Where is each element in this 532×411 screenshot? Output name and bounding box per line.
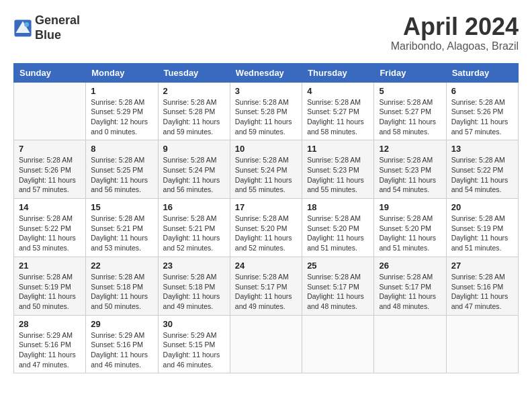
calendar-cell: 11Sunrise: 5:28 AMSunset: 5:23 PMDayligh… bbox=[302, 140, 374, 199]
day-number: 24 bbox=[235, 261, 297, 271]
calendar-cell: 29Sunrise: 5:29 AMSunset: 5:16 PMDayligh… bbox=[86, 315, 158, 373]
calendar-cell bbox=[302, 315, 374, 373]
day-info: Sunrise: 5:28 AMSunset: 5:22 PMDaylight:… bbox=[19, 214, 81, 253]
day-info: Sunrise: 5:29 AMSunset: 5:16 PMDaylight:… bbox=[19, 330, 81, 370]
day-number: 2 bbox=[163, 86, 225, 96]
day-number: 8 bbox=[91, 144, 152, 154]
calendar-cell bbox=[14, 82, 86, 140]
day-number: 7 bbox=[19, 144, 81, 154]
calendar-week-row: 7Sunrise: 5:28 AMSunset: 5:26 PMDaylight… bbox=[14, 140, 519, 199]
calendar-cell: 6Sunrise: 5:28 AMSunset: 5:26 PMDaylight… bbox=[446, 82, 518, 140]
calendar-cell: 16Sunrise: 5:28 AMSunset: 5:21 PMDayligh… bbox=[158, 199, 230, 257]
day-info: Sunrise: 5:28 AMSunset: 5:26 PMDaylight:… bbox=[19, 155, 81, 195]
calendar-week-row: 14Sunrise: 5:28 AMSunset: 5:22 PMDayligh… bbox=[14, 199, 519, 257]
day-info: Sunrise: 5:28 AMSunset: 5:26 PMDaylight:… bbox=[451, 97, 513, 137]
calendar-table: SundayMondayTuesdayWednesdayThursdayFrid… bbox=[13, 63, 519, 374]
day-number: 20 bbox=[451, 202, 513, 212]
day-info: Sunrise: 5:28 AMSunset: 5:27 PMDaylight:… bbox=[379, 97, 441, 137]
calendar-cell: 3Sunrise: 5:28 AMSunset: 5:28 PMDaylight… bbox=[230, 82, 302, 140]
day-info: Sunrise: 5:28 AMSunset: 5:17 PMDaylight:… bbox=[379, 272, 441, 312]
month-title: April 2024 bbox=[391, 13, 519, 40]
logo-line1: General bbox=[35, 13, 80, 28]
calendar-cell bbox=[230, 315, 302, 373]
day-number: 11 bbox=[307, 144, 369, 154]
calendar-cell: 10Sunrise: 5:28 AMSunset: 5:24 PMDayligh… bbox=[230, 140, 302, 199]
weekday-header: Saturday bbox=[446, 63, 518, 82]
day-info: Sunrise: 5:28 AMSunset: 5:28 PMDaylight:… bbox=[163, 97, 225, 137]
day-info: Sunrise: 5:28 AMSunset: 5:29 PMDaylight:… bbox=[91, 97, 152, 137]
day-number: 9 bbox=[163, 144, 225, 154]
svg-point-2 bbox=[24, 21, 29, 26]
day-number: 1 bbox=[91, 86, 152, 96]
calendar-cell: 13Sunrise: 5:28 AMSunset: 5:22 PMDayligh… bbox=[446, 140, 518, 199]
calendar-week-row: 28Sunrise: 5:29 AMSunset: 5:16 PMDayligh… bbox=[14, 315, 519, 373]
day-info: Sunrise: 5:28 AMSunset: 5:23 PMDaylight:… bbox=[307, 155, 369, 195]
calendar-cell: 14Sunrise: 5:28 AMSunset: 5:22 PMDayligh… bbox=[14, 199, 86, 257]
calendar-week-row: 21Sunrise: 5:28 AMSunset: 5:19 PMDayligh… bbox=[14, 257, 519, 315]
day-number: 30 bbox=[163, 319, 225, 329]
calendar-cell: 21Sunrise: 5:28 AMSunset: 5:19 PMDayligh… bbox=[14, 257, 86, 315]
calendar-cell: 9Sunrise: 5:28 AMSunset: 5:24 PMDaylight… bbox=[158, 140, 230, 199]
day-info: Sunrise: 5:28 AMSunset: 5:20 PMDaylight:… bbox=[307, 214, 369, 253]
title-block: April 2024 Maribondo, Alagoas, Brazil bbox=[391, 13, 519, 52]
day-info: Sunrise: 5:28 AMSunset: 5:17 PMDaylight:… bbox=[307, 272, 369, 312]
day-info: Sunrise: 5:28 AMSunset: 5:21 PMDaylight:… bbox=[91, 214, 152, 253]
calendar-cell: 8Sunrise: 5:28 AMSunset: 5:25 PMDaylight… bbox=[86, 140, 158, 199]
calendar-cell bbox=[374, 315, 446, 373]
calendar-cell: 12Sunrise: 5:28 AMSunset: 5:23 PMDayligh… bbox=[374, 140, 446, 199]
weekday-header: Friday bbox=[374, 63, 446, 82]
calendar-cell: 28Sunrise: 5:29 AMSunset: 5:16 PMDayligh… bbox=[14, 315, 86, 373]
calendar-cell: 22Sunrise: 5:28 AMSunset: 5:18 PMDayligh… bbox=[86, 257, 158, 315]
day-number: 28 bbox=[19, 319, 81, 329]
day-number: 15 bbox=[91, 202, 152, 212]
day-number: 3 bbox=[235, 86, 297, 96]
calendar-cell bbox=[446, 315, 518, 373]
logo: General Blue bbox=[13, 13, 80, 42]
day-info: Sunrise: 5:28 AMSunset: 5:20 PMDaylight:… bbox=[235, 214, 297, 253]
weekday-header: Wednesday bbox=[230, 63, 302, 82]
calendar-cell: 15Sunrise: 5:28 AMSunset: 5:21 PMDayligh… bbox=[86, 199, 158, 257]
logo-text: General Blue bbox=[35, 13, 80, 42]
calendar-cell: 27Sunrise: 5:28 AMSunset: 5:16 PMDayligh… bbox=[446, 257, 518, 315]
day-info: Sunrise: 5:28 AMSunset: 5:22 PMDaylight:… bbox=[451, 155, 513, 195]
day-number: 23 bbox=[163, 261, 225, 271]
day-info: Sunrise: 5:28 AMSunset: 5:24 PMDaylight:… bbox=[163, 155, 225, 195]
weekday-header: Monday bbox=[86, 63, 158, 82]
day-info: Sunrise: 5:28 AMSunset: 5:18 PMDaylight:… bbox=[91, 272, 152, 312]
weekday-header: Thursday bbox=[302, 63, 374, 82]
day-number: 16 bbox=[163, 202, 225, 212]
day-number: 27 bbox=[451, 261, 513, 271]
day-info: Sunrise: 5:28 AMSunset: 5:16 PMDaylight:… bbox=[451, 272, 513, 312]
day-number: 4 bbox=[307, 86, 369, 96]
calendar-week-row: 1Sunrise: 5:28 AMSunset: 5:29 PMDaylight… bbox=[14, 82, 519, 140]
day-info: Sunrise: 5:28 AMSunset: 5:19 PMDaylight:… bbox=[19, 272, 81, 312]
day-info: Sunrise: 5:28 AMSunset: 5:17 PMDaylight:… bbox=[235, 272, 297, 312]
calendar-cell: 5Sunrise: 5:28 AMSunset: 5:27 PMDaylight… bbox=[374, 82, 446, 140]
day-info: Sunrise: 5:28 AMSunset: 5:23 PMDaylight:… bbox=[379, 155, 441, 195]
day-info: Sunrise: 5:28 AMSunset: 5:25 PMDaylight:… bbox=[91, 155, 152, 195]
calendar-cell: 19Sunrise: 5:28 AMSunset: 5:20 PMDayligh… bbox=[374, 199, 446, 257]
day-info: Sunrise: 5:29 AMSunset: 5:16 PMDaylight:… bbox=[91, 330, 152, 370]
weekday-header: Tuesday bbox=[158, 63, 230, 82]
calendar-cell: 23Sunrise: 5:28 AMSunset: 5:18 PMDayligh… bbox=[158, 257, 230, 315]
calendar-cell: 2Sunrise: 5:28 AMSunset: 5:28 PMDaylight… bbox=[158, 82, 230, 140]
day-number: 14 bbox=[19, 202, 81, 212]
calendar-cell: 7Sunrise: 5:28 AMSunset: 5:26 PMDaylight… bbox=[14, 140, 86, 199]
day-number: 29 bbox=[91, 319, 152, 329]
calendar-cell: 4Sunrise: 5:28 AMSunset: 5:27 PMDaylight… bbox=[302, 82, 374, 140]
calendar-cell: 25Sunrise: 5:28 AMSunset: 5:17 PMDayligh… bbox=[302, 257, 374, 315]
day-number: 6 bbox=[451, 86, 513, 96]
header: General Blue April 2024 Maribondo, Alago… bbox=[13, 13, 519, 52]
calendar-cell: 26Sunrise: 5:28 AMSunset: 5:17 PMDayligh… bbox=[374, 257, 446, 315]
day-info: Sunrise: 5:28 AMSunset: 5:19 PMDaylight:… bbox=[451, 214, 513, 253]
day-number: 13 bbox=[451, 144, 513, 154]
logo-line2: Blue bbox=[35, 28, 80, 43]
day-number: 26 bbox=[379, 261, 441, 271]
day-number: 10 bbox=[235, 144, 297, 154]
calendar-cell: 24Sunrise: 5:28 AMSunset: 5:17 PMDayligh… bbox=[230, 257, 302, 315]
calendar-cell: 30Sunrise: 5:29 AMSunset: 5:15 PMDayligh… bbox=[158, 315, 230, 373]
day-number: 18 bbox=[307, 202, 369, 212]
calendar-cell: 17Sunrise: 5:28 AMSunset: 5:20 PMDayligh… bbox=[230, 199, 302, 257]
location-subtitle: Maribondo, Alagoas, Brazil bbox=[391, 40, 519, 52]
day-info: Sunrise: 5:28 AMSunset: 5:18 PMDaylight:… bbox=[163, 272, 225, 312]
